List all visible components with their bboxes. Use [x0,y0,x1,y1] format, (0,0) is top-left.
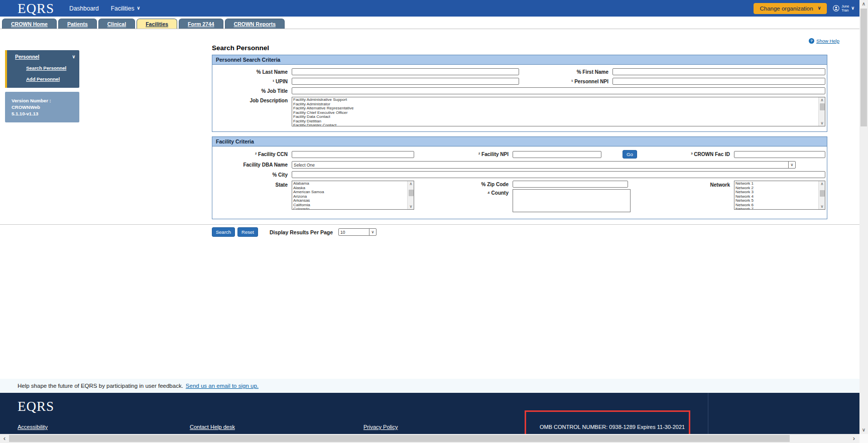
footer-link-accessibility[interactable]: Accessibility [18,424,48,430]
go-button[interactable]: Go [623,150,637,159]
county-listbox[interactable] [513,189,631,212]
scroll-down-icon[interactable]: ∨ [819,204,825,209]
crown-fac-id-label: ³ CROWN Fac ID [637,152,734,157]
top-navbar: EQRS Dashboard Facilities ∨ Change organ… [0,0,859,17]
tab-facilities[interactable]: Facilities [137,19,177,29]
chevron-down-icon: ∨ [788,162,795,168]
job-description-option[interactable]: Facility Alternative Representative [293,106,818,111]
job-description-option[interactable]: Facility Data Contact [293,115,818,119]
tab-crown-reports[interactable]: CROWN Reports [225,19,285,29]
footer-link-privacy-policy[interactable]: Privacy Policy [363,424,398,430]
scroll-down-icon[interactable]: ∨ [819,120,825,126]
facility-ccn-input[interactable] [292,151,414,158]
facility-section-header: Facility Criteria [212,137,827,146]
chevron-down-icon: ∨ [72,55,75,59]
version-line2: 5.1.10-v1.13 [12,110,75,117]
scroll-up-icon[interactable]: ∧ [408,181,414,187]
first-name-label: % First Name [519,69,612,75]
footer-link-contact-help-desk[interactable]: Contact Help desk [190,424,235,430]
scroll-up-icon[interactable]: ∧ [819,181,825,187]
job-description-label: Job Description [212,97,292,103]
change-organization-button[interactable]: Change organization ∨ [754,3,827,14]
network-label: Network [631,181,734,188]
job-description-option[interactable]: Facility Chief Executive Officer [293,111,818,115]
nav-dashboard[interactable]: Dashboard [69,5,99,12]
tab-clinical[interactable]: Clinical [98,19,135,29]
job-description-scrollbar[interactable]: ∧ ∨ [818,97,825,126]
state-option[interactable]: American Samoa [293,190,407,195]
scroll-thumb[interactable] [820,103,825,110]
state-option[interactable]: Alabama [293,182,407,186]
user-avatar-icon [833,5,839,12]
first-name-input[interactable] [612,68,825,75]
reset-button[interactable]: Reset [237,227,258,237]
scroll-down-icon[interactable]: ∨ [859,426,868,434]
state-option[interactable]: Arizona [293,195,407,199]
personnel-search-criteria-section: Personnel Search Criteria % Last Name % … [212,55,827,132]
search-button[interactable]: Search [212,227,235,237]
sidebar-item-search-personnel[interactable]: Search Personnel [26,65,75,71]
state-listbox[interactable]: AlabamaAlaskaAmerican SamoaArizonaArkans… [292,181,414,210]
crown-fac-id-input[interactable] [734,151,825,158]
network-listbox[interactable]: Network 1Network 2Network 3Network 4Netw… [734,181,825,210]
sidebar-item-add-personnel[interactable]: Add Personnel [26,76,75,82]
personnel-section-header: Personnel Search Criteria [212,55,827,65]
state-option[interactable]: Colorado [293,207,407,209]
show-help-link[interactable]: ? Show Help [809,38,839,44]
per-page-select[interactable]: 10 ∨ [338,228,377,236]
zip-code-label: % Zip Code [414,182,513,187]
job-title-input[interactable] [292,87,825,94]
scroll-thumb[interactable] [820,190,825,197]
facility-criteria-section: Facility Criteria ² Facility CCN ² Facil… [212,136,827,219]
nav-facilities[interactable]: Facilities ∨ [111,5,140,12]
sidebar: Personnel ∨ Search Personnel Add Personn… [5,50,79,122]
job-description-listbox[interactable]: Facility Administrative SupportFacility … [292,97,825,126]
footer: EQRS Accessibility Contact Help desk Pri… [0,393,859,434]
state-scrollbar[interactable]: ∧ ∨ [407,181,414,209]
personnel-menu-header[interactable]: Personnel ∨ [15,54,75,60]
job-description-option[interactable]: Facility Administrator [293,102,818,107]
footer-divider [708,393,708,434]
job-title-label: % Job Title [212,88,292,94]
scroll-thumb[interactable] [409,190,414,196]
upin-input[interactable] [292,78,519,85]
primary-nav: Dashboard Facilities ∨ [69,5,140,12]
scroll-thumb[interactable] [860,9,867,126]
app-logo: EQRS [18,1,54,16]
county-label: ⁴ County [414,189,513,196]
tab-form-2744[interactable]: Form 2744 [179,19,223,29]
scroll-down-icon[interactable]: ∨ [408,204,414,209]
form-actions: Search Reset Display Results Per Page 10… [212,227,827,237]
zip-code-input[interactable] [513,181,628,188]
user-menu[interactable]: June Tran ∨ [833,5,854,12]
job-description-option[interactable]: Facility Disaster Contact [293,123,818,126]
city-input[interactable] [292,171,825,178]
scroll-left-icon[interactable]: ‹ [0,434,9,443]
tab-patients[interactable]: Patients [58,19,97,29]
scroll-right-icon[interactable]: › [849,434,858,443]
feedback-signup-link[interactable]: Send us an email to sign up. [186,383,259,389]
facility-dba-select[interactable]: Select One ∨ [292,161,796,169]
network-option[interactable]: Network 7 [735,207,818,209]
state-option[interactable]: Arkansas [293,199,407,203]
scroll-up-icon[interactable]: ∧ [819,97,825,103]
help-icon: ? [809,38,814,44]
last-name-input[interactable] [292,68,519,75]
scroll-up-icon[interactable]: ∧ [859,0,868,8]
state-option[interactable]: California [293,203,407,208]
vertical-scrollbar[interactable]: ∧ ∨ [859,0,868,434]
chevron-down-icon: ∨ [818,6,821,11]
facility-npi-input[interactable] [513,151,601,158]
tab-crown-home[interactable]: CROWN Home [2,19,57,29]
facility-dba-label: Facility DBA Name [212,162,292,168]
horizontal-scrollbar[interactable]: ‹ › [0,434,859,443]
city-label: % City [212,172,292,178]
network-scrollbar[interactable]: ∧ ∨ [818,181,825,209]
chevron-down-icon: ∨ [851,6,854,11]
personnel-npi-input[interactable] [612,78,825,85]
job-description-option[interactable]: Facility Dietitian [293,119,818,124]
scroll-thumb[interactable] [9,435,790,442]
job-description-option[interactable]: Facility Administrative Support [293,98,818,102]
feedback-band: Help shape the future of EQRS by partici… [0,379,859,393]
version-box: Version Number : CROWNWeb 5.1.10-v1.13 [5,92,79,122]
